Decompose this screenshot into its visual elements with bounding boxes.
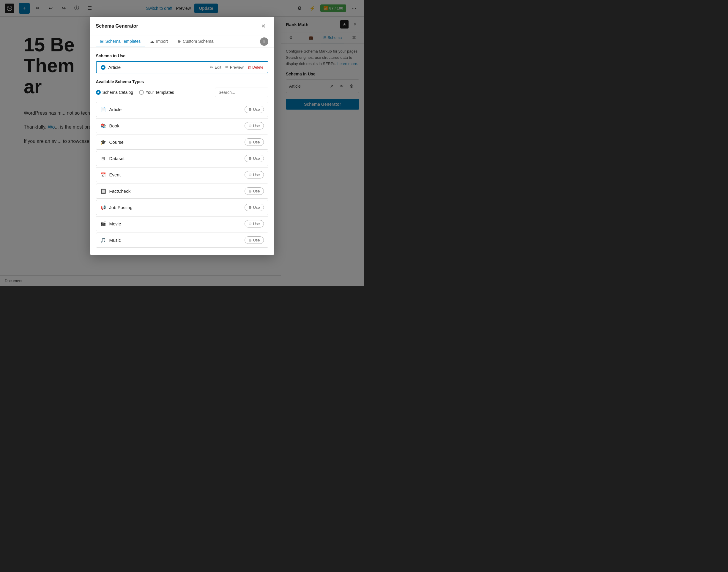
modal-header: Schema Generator ✕ <box>90 17 274 36</box>
use-label: Use <box>253 107 260 112</box>
eye-icon: 👁 <box>225 65 229 70</box>
plus-circle-icon: ⊕ <box>248 205 252 210</box>
schema-item-left: 📚 Book <box>101 123 120 129</box>
list-item: 🎬 Movie ⊕ Use <box>96 216 268 231</box>
schema-search-input[interactable] <box>215 88 268 97</box>
tab-schema-templates[interactable]: ⊞ Schema Templates <box>96 36 145 47</box>
schema-item-name: Job Posting <box>109 205 133 210</box>
templates-icon: ⊞ <box>100 39 104 44</box>
schema-item-left: 📢 Job Posting <box>101 205 133 210</box>
use-article-button[interactable]: ⊕ Use <box>245 106 264 113</box>
list-item: 🎵 Music ⊕ Use <box>96 232 268 248</box>
filter-templates[interactable]: Your Templates <box>139 90 174 95</box>
custom-icon: ⊕ <box>178 39 181 44</box>
use-course-button[interactable]: ⊕ Use <box>245 138 264 146</box>
catalog-label: Schema Catalog <box>103 90 133 95</box>
schema-item-left: 🎓 Course <box>101 140 124 145</box>
book-icon: 📚 <box>101 123 107 129</box>
plus-circle-icon: ⊕ <box>248 189 252 193</box>
info-button[interactable]: ℹ <box>260 38 268 46</box>
plus-circle-icon: ⊕ <box>248 107 252 112</box>
use-label: Use <box>253 222 260 226</box>
preview-schema-button[interactable]: 👁 Preview <box>225 65 244 70</box>
delete-schema-button[interactable]: 🗑 Delete <box>247 65 264 70</box>
schema-item-name: Article <box>109 107 122 112</box>
schema-item-left: 📅 Event <box>101 172 121 177</box>
use-event-button[interactable]: ⊕ Use <box>245 171 264 178</box>
edit-icon: ✏ <box>210 65 213 70</box>
course-icon: 🎓 <box>101 140 107 145</box>
schema-item-left: 🎬 Movie <box>101 221 121 227</box>
use-label: Use <box>253 140 260 144</box>
use-movie-button[interactable]: ⊕ Use <box>245 220 264 227</box>
import-icon: ☁ <box>150 39 154 44</box>
import-label: Import <box>156 39 168 44</box>
list-item: ⊞ Dataset ⊕ Use <box>96 151 268 166</box>
music-icon: 🎵 <box>101 237 107 243</box>
schema-actions: ✏ Edit 👁 Preview 🗑 Delete <box>210 65 263 70</box>
schema-item-left: 📄 Article <box>101 107 122 112</box>
filter-row: Schema Catalog Your Templates <box>96 88 268 97</box>
list-item: 🎓 Course ⊕ Use <box>96 135 268 150</box>
use-label: Use <box>253 238 260 242</box>
use-label: Use <box>253 124 260 128</box>
plus-circle-icon: ⊕ <box>248 156 252 161</box>
use-music-button[interactable]: ⊕ Use <box>245 236 264 244</box>
plus-circle-icon: ⊕ <box>248 222 252 226</box>
modal-close-button[interactable]: ✕ <box>259 21 268 31</box>
modal-body: Schema in Use Article ✏ Edit 👁 Preview <box>90 48 274 255</box>
trash-icon: 🗑 <box>247 65 251 70</box>
schema-item-left: 🎵 Music <box>101 237 121 243</box>
movie-icon: 🎬 <box>101 221 107 227</box>
schema-radio <box>101 65 106 70</box>
edit-label: Edit <box>214 65 221 70</box>
schema-generator-modal: Schema Generator ✕ ⊞ Schema Templates ☁ … <box>90 17 274 255</box>
event-icon: 📅 <box>101 172 107 177</box>
catalog-radio <box>96 90 101 95</box>
list-item: 🔲 FactCheck ⊕ Use <box>96 184 268 199</box>
use-dataset-button[interactable]: ⊕ Use <box>245 155 264 162</box>
preview-label: Preview <box>230 65 244 70</box>
edit-schema-button[interactable]: ✏ Edit <box>210 65 221 70</box>
dataset-icon: ⊞ <box>101 156 107 161</box>
filter-catalog[interactable]: Schema Catalog <box>96 90 133 95</box>
schema-item-name: Movie <box>109 221 121 226</box>
schema-item-left: ⊞ Dataset <box>101 156 125 161</box>
plus-circle-icon: ⊕ <box>248 140 252 144</box>
list-item: 📢 Job Posting ⊕ Use <box>96 200 268 215</box>
plus-circle-icon: ⊕ <box>248 124 252 128</box>
list-item: 📚 Book ⊕ Use <box>96 118 268 133</box>
modal-tabs: ⊞ Schema Templates ☁ Import ⊕ Custom Sch… <box>90 36 274 48</box>
schema-item-name: Book <box>109 123 120 128</box>
modal-overlay: Schema Generator ✕ ⊞ Schema Templates ☁ … <box>0 0 364 286</box>
templates-radio <box>139 90 144 95</box>
modal-title: Schema Generator <box>96 23 138 29</box>
available-types-title: Available Schema Types <box>96 79 268 84</box>
schema-item-name: Course <box>109 140 124 145</box>
use-label: Use <box>253 172 260 177</box>
use-label: Use <box>253 189 260 193</box>
tab-import[interactable]: ☁ Import <box>146 36 172 47</box>
schema-item-name: Event <box>109 172 121 177</box>
article-icon: 📄 <box>101 107 107 112</box>
use-jobposting-button[interactable]: ⊕ Use <box>245 204 264 211</box>
delete-label: Delete <box>252 65 264 70</box>
plus-circle-icon: ⊕ <box>248 238 252 242</box>
schema-item-name: Dataset <box>109 156 125 161</box>
schema-in-use-row: Article ✏ Edit 👁 Preview 🗑 Delete <box>96 61 268 73</box>
schema-in-use-name: Article <box>109 65 210 70</box>
list-item: 📄 Article ⊕ Use <box>96 102 268 117</box>
schema-item-name: Music <box>109 237 121 243</box>
use-factcheck-button[interactable]: ⊕ Use <box>245 188 264 195</box>
close-icon: ✕ <box>261 23 266 29</box>
jobposting-icon: 📢 <box>101 205 107 210</box>
radio-inner <box>97 91 99 93</box>
schema-item-name: FactCheck <box>109 189 131 194</box>
use-label: Use <box>253 156 260 161</box>
tab-custom-schema[interactable]: ⊕ Custom Schema <box>173 36 217 47</box>
use-label: Use <box>253 205 260 210</box>
use-book-button[interactable]: ⊕ Use <box>245 122 264 130</box>
schema-in-use-title: Schema in Use <box>96 54 268 58</box>
schema-list: 📄 Article ⊕ Use 📚 Book ⊕ Use <box>96 102 268 249</box>
schema-item-left: 🔲 FactCheck <box>101 189 131 194</box>
